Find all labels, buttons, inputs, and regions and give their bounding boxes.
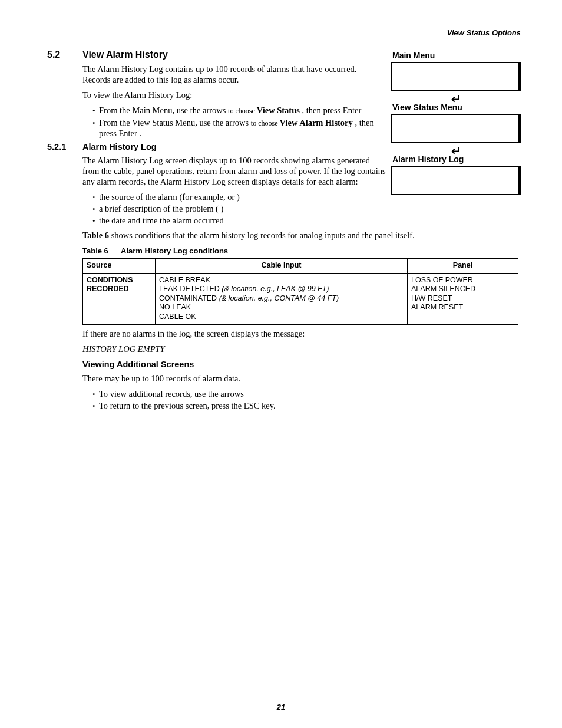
text: CABLE BREAK bbox=[159, 276, 210, 284]
text: H/W RESET bbox=[411, 294, 452, 302]
running-header: View Status Options bbox=[447, 28, 521, 37]
text: LEAK DETECTED bbox=[159, 285, 222, 293]
menu-choice: View Status bbox=[257, 106, 300, 115]
label-main-menu: Main Menu bbox=[392, 51, 521, 60]
subsection-heading: 5.2.1 Alarm History Log bbox=[47, 142, 386, 151]
th-source: Source bbox=[83, 258, 156, 273]
text: From the Main Menu, use the arrows bbox=[99, 106, 228, 115]
table-row: CONDITIONS RECORDED CABLE BREAK LEAK DET… bbox=[83, 273, 518, 324]
subsection-title: Alarm History Log bbox=[82, 142, 157, 151]
caption-number: Table 6 bbox=[82, 246, 108, 255]
td-panel: LOSS OF POWER ALARM SILENCED H/W RESET A… bbox=[408, 273, 518, 324]
lcd-main-menu bbox=[391, 62, 521, 91]
table-ref: Table 6 bbox=[82, 230, 109, 240]
td-source: CONDITIONS RECORDED bbox=[83, 273, 156, 324]
text: (& location, e.g., LEAK @ 99 FT) bbox=[222, 285, 329, 293]
text: LOSS OF POWER bbox=[411, 276, 473, 284]
nav-illustration: Main Menu ↵ View Status Menu ↵ Alarm His… bbox=[391, 51, 521, 198]
text: NO LEAK bbox=[159, 303, 191, 311]
text: , then press Enter bbox=[302, 106, 362, 115]
text: CONTAMINATED bbox=[159, 294, 219, 302]
section-title: View Alarm History bbox=[82, 50, 168, 60]
conditions-table: Source Cable Input Panel CONDITIONS RECO… bbox=[82, 258, 518, 325]
text: (& location, e.g., CONTAM @ 44 FT) bbox=[219, 294, 339, 302]
table-row: Source Cable Input Panel bbox=[83, 258, 518, 273]
subheading: Viewing Additional Screens bbox=[82, 359, 521, 370]
list-item: a brief description of the problem ( ) bbox=[99, 203, 521, 214]
text: shows conditions that the alarm history … bbox=[111, 230, 415, 240]
table-caption: Table 6 Alarm History Log conditions bbox=[82, 246, 521, 256]
lcd-view-status bbox=[391, 114, 521, 143]
text: to choose bbox=[228, 107, 257, 115]
header-rule bbox=[47, 39, 521, 39]
paragraph: If there are no alarms in the log, the s… bbox=[82, 328, 521, 339]
paragraph: Table 6 shows conditions that the alarm … bbox=[82, 230, 521, 241]
text: ALARM SILENCED bbox=[411, 285, 475, 293]
page-number: 21 bbox=[0, 703, 562, 711]
text: CONDITIONS RECORDED bbox=[87, 276, 133, 294]
label-view-status-menu: View Status Menu bbox=[392, 103, 521, 112]
list-item: To view additional records, use the arro… bbox=[99, 388, 521, 399]
text: ALARM RESET bbox=[411, 303, 463, 311]
list-item: the date and time the alarm occurred bbox=[99, 215, 521, 226]
paragraph: There may be up to 100 records of alarm … bbox=[82, 373, 521, 384]
th-cable-input: Cable Input bbox=[156, 258, 408, 273]
caption-title: Alarm History Log conditions bbox=[121, 246, 228, 255]
text: to choose bbox=[251, 119, 280, 127]
subsection-number: 5.2.1 bbox=[47, 142, 82, 151]
label-alarm-history-log: Alarm History Log bbox=[392, 154, 521, 164]
lcd-alarm-history bbox=[391, 166, 521, 195]
th-panel: Panel bbox=[408, 258, 518, 273]
td-cable-input: CABLE BREAK LEAK DETECTED (& location, e… bbox=[156, 273, 408, 324]
section-number: 5.2 bbox=[47, 50, 82, 60]
list-item: To return to the previous screen, press … bbox=[99, 400, 521, 411]
text: CABLE OK bbox=[159, 312, 196, 321]
section-heading: 5.2 View Alarm History bbox=[47, 50, 386, 60]
menu-choice: View Alarm History bbox=[279, 118, 352, 127]
text: From the View Status Menu, use the arrow… bbox=[99, 118, 251, 127]
empty-message: HISTORY LOG EMPTY bbox=[82, 344, 521, 354]
